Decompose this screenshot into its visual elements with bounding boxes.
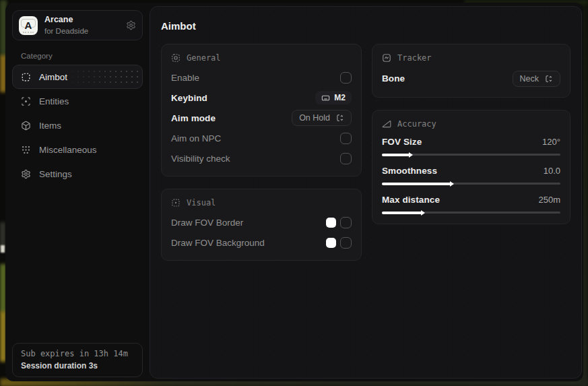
gear-icon: [21, 169, 31, 179]
draw-fov-background-row: Draw FOV Background: [171, 232, 352, 253]
keyboard-icon: [321, 94, 330, 102]
column-right: Tracker Bone Neck: [372, 44, 570, 224]
slider-fill: [382, 154, 409, 156]
smoothness-label: Smoothness: [382, 166, 437, 176]
bone-value: Neck: [520, 74, 539, 84]
bone-select[interactable]: Neck: [513, 71, 560, 87]
aim-mode-select[interactable]: On Hold: [292, 110, 352, 126]
draw-fov-border-checkbox[interactable]: [340, 217, 352, 228]
sidebar-item-label: Entities: [39, 96, 69, 106]
sidebar-item-label: Miscellaneous: [39, 145, 97, 155]
image-icon: [171, 198, 181, 207]
app-name: Arcane: [44, 15, 88, 26]
max-distance-group: Max distance 250m: [382, 191, 560, 214]
screen: A Arcane for Deadside Category Aimbot: [0, 0, 588, 386]
max-distance-slider[interactable]: [382, 212, 560, 214]
cheat-menu-window: A Arcane for Deadside Category Aimbot: [5, 3, 583, 381]
draw-fov-border-label: Draw FOV Border: [171, 218, 243, 228]
general-card: General Enable Keybind: [161, 44, 362, 176]
keybind-button[interactable]: M2: [315, 91, 352, 104]
aim-mode-row: Aim mode On Hold: [171, 108, 352, 128]
sidebar-item-entities[interactable]: Entities: [12, 89, 143, 113]
draw-fov-border-row: Draw FOV Border: [171, 212, 352, 232]
aim-mode-label: Aim mode: [171, 113, 216, 123]
logo-letter: A: [25, 20, 32, 31]
fov-border-color-swatch[interactable]: [326, 218, 336, 228]
visual-card: Visual Draw FOV Border Draw FOV Backgrou…: [161, 189, 362, 261]
accuracy-card-header: Accuracy: [382, 119, 560, 129]
bone-row: Bone Neck: [382, 67, 560, 90]
app-title-block: Arcane for Deadside: [44, 15, 88, 36]
tracker-card-header: Tracker: [382, 53, 560, 63]
card-title: Accuracy: [397, 119, 436, 129]
session-duration-text: Session duration 3s: [21, 361, 134, 371]
app-logo: A: [19, 16, 38, 35]
sidebar: A Arcane for Deadside Category Aimbot: [5, 3, 150, 381]
fov-size-slider[interactable]: [382, 154, 560, 156]
package-icon: [21, 121, 31, 131]
crosshair-dashed-icon: [21, 72, 31, 82]
visibility-check-row: Visibility check: [171, 148, 352, 168]
aim-on-npc-checkbox[interactable]: [340, 133, 352, 144]
enable-label: Enable: [171, 73, 199, 83]
tracker-card: Tracker Bone Neck: [372, 44, 570, 98]
sidebar-item-settings[interactable]: Settings: [12, 162, 143, 186]
smoothness-value: 10.0: [544, 166, 560, 176]
draw-fov-background-checkbox[interactable]: [340, 237, 352, 249]
fov-size-value: 120°: [542, 137, 560, 147]
sidebar-item-label: Items: [39, 121, 61, 131]
smoothness-group: Smoothness 10.0: [382, 162, 560, 185]
main-panel: Aimbot General Enable: [150, 6, 582, 379]
draw-fov-background-label: Draw FOV Background: [171, 238, 265, 248]
max-distance-label: Max distance: [382, 195, 440, 205]
card-title: Tracker: [397, 53, 432, 63]
sidebar-item-aimbot[interactable]: Aimbot: [12, 65, 143, 89]
keybind-row: Keybind M2: [171, 88, 352, 108]
subscription-box: Sub expires in 13h 14m Session duration …: [12, 343, 143, 377]
enable-row: Enable: [171, 67, 352, 88]
smoothness-slider[interactable]: [382, 183, 560, 185]
keybind-label: Keybind: [171, 93, 207, 103]
sidebar-item-items[interactable]: Items: [12, 113, 143, 137]
enable-checkbox[interactable]: [340, 72, 352, 84]
dots-grid-icon: [21, 145, 31, 155]
column-left: General Enable Keybind: [161, 44, 362, 261]
fov-size-group: FOV Size 120°: [382, 133, 560, 156]
sidebar-item-label: Aimbot: [39, 72, 67, 82]
app-header: A Arcane for Deadside: [12, 10, 143, 40]
draw-fov-background-controls: [326, 237, 352, 249]
sub-expires-text: Sub expires in 13h 14m: [21, 349, 134, 358]
aim-mode-value: On Hold: [299, 113, 330, 123]
triangle-ruler-icon: [382, 119, 391, 129]
sidebar-item-label: Settings: [39, 169, 72, 179]
activity-square-icon: [382, 53, 391, 63]
slider-fill: [382, 212, 421, 214]
aim-on-npc-label: Aim on NPC: [171, 133, 221, 143]
fov-size-label: FOV Size: [382, 137, 422, 147]
sidebar-item-miscellaneous[interactable]: Miscellaneous: [12, 137, 143, 162]
accuracy-card: Accuracy FOV Size 120°: [372, 110, 570, 224]
gear-icon[interactable]: [126, 20, 136, 30]
card-title: Visual: [187, 198, 216, 207]
scan-square-icon: [171, 53, 181, 63]
keybind-value: M2: [334, 93, 346, 102]
slider-fill: [382, 183, 450, 185]
visual-card-header: Visual: [171, 198, 352, 207]
game-background: [1, 245, 5, 253]
visibility-check-label: Visibility check: [171, 154, 230, 164]
card-title: General: [187, 53, 221, 63]
max-distance-value: 250m: [538, 195, 560, 205]
unfold-select-icon: [545, 75, 553, 83]
page-title: Aimbot: [161, 20, 570, 32]
fov-background-color-swatch[interactable]: [326, 238, 336, 248]
unfold-select-icon: [336, 114, 344, 122]
general-card-header: General: [171, 53, 352, 63]
category-label: Category: [21, 52, 143, 60]
visibility-check-checkbox[interactable]: [340, 153, 352, 164]
aim-on-npc-row: Aim on NPC: [171, 128, 352, 148]
draw-fov-border-controls: [326, 217, 352, 228]
scan-target-icon: [21, 96, 31, 106]
bone-label: Bone: [382, 73, 405, 84]
app-subtitle: for Deadside: [44, 26, 88, 36]
